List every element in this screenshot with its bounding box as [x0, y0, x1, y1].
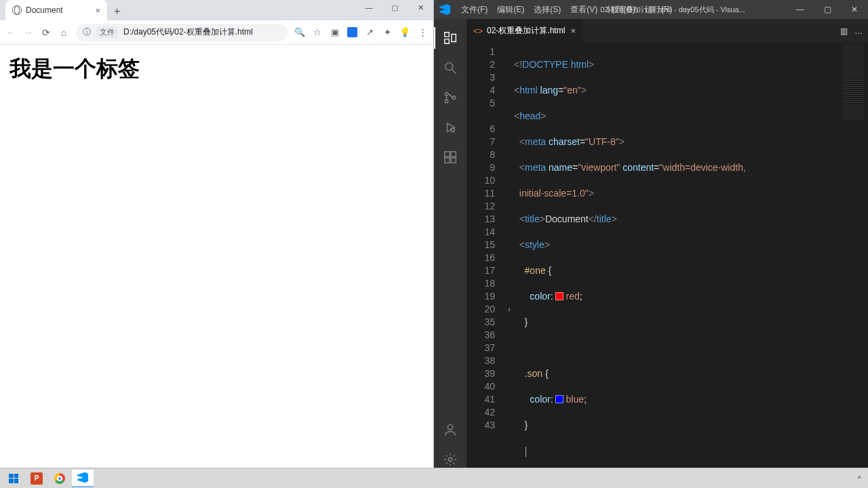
vscode-window: 文件(F) 编辑(E) 选择(S) 查看(V) 转到(G) 运行(R) ··· …	[434, 0, 868, 488]
maximize-button[interactable]: ▢	[382, 0, 408, 15]
back-icon[interactable]: ←	[5, 27, 16, 38]
editor-tab-label: 02-权重叠加计算.html	[487, 25, 565, 37]
extension-icon[interactable]	[347, 27, 357, 37]
search-icon[interactable]	[434, 54, 467, 81]
info-icon: ⓘ	[83, 26, 91, 38]
tab-close-icon[interactable]: ×	[95, 5, 100, 16]
chrome-titlebar: Document × + — ▢ ✕	[0, 0, 433, 20]
editor-tab[interactable]: <> 02-权重叠加计算.html ×	[467, 19, 583, 43]
svg-point-11	[448, 425, 452, 430]
fold-gutter: ›	[505, 43, 514, 473]
more-actions-icon[interactable]: …	[854, 26, 863, 36]
zoom-icon[interactable]: 🔍	[294, 27, 305, 38]
taskbar-powerpoint[interactable]: P	[26, 470, 47, 487]
menu-edit[interactable]: 编辑(E)	[493, 3, 528, 17]
globe-icon	[12, 5, 22, 15]
html-file-icon: <>	[473, 26, 483, 36]
editor-tab-close-icon[interactable]: ×	[570, 26, 576, 36]
bulb-icon[interactable]: 💡	[399, 27, 410, 38]
page-heading: 我是一个标签	[9, 54, 424, 84]
share-icon[interactable]: ↗	[364, 27, 375, 38]
page-content: 我是一个标签	[0, 45, 433, 488]
home-icon[interactable]: ⌂	[58, 27, 69, 38]
svg-point-0	[446, 63, 453, 70]
menu-file[interactable]: 文件(F)	[457, 3, 492, 17]
puzzle-icon[interactable]: ✦	[382, 27, 393, 38]
code-editor[interactable]: 1234567891011121314151617181920353637383…	[467, 43, 868, 473]
svg-rect-7	[445, 152, 450, 157]
explorer-icon[interactable]	[434, 24, 467, 52]
vs-close-button[interactable]: ✕	[841, 0, 868, 19]
line-gutter: 1234567891011121314151617181920353637383…	[467, 43, 505, 473]
minimap[interactable]	[838, 43, 868, 473]
text-cursor	[526, 447, 526, 457]
svg-rect-8	[451, 152, 456, 157]
vscode-window-title: 02-权重叠加计算.html - day05代码 - Visua...	[600, 5, 745, 15]
menu-select[interactable]: 选择(S)	[530, 3, 565, 17]
tab-title: Document	[26, 5, 63, 15]
chrome-window: Document × + — ▢ ✕ ← → ⟳ ⌂ ⓘ 文件 D:/day05…	[0, 0, 434, 488]
run-debug-icon[interactable]	[434, 114, 467, 141]
split-editor-icon[interactable]: ▥	[840, 26, 848, 36]
svg-rect-10	[451, 158, 456, 163]
windows-taskbar: P ^	[0, 468, 868, 488]
svg-rect-9	[445, 158, 450, 163]
svg-point-12	[448, 458, 452, 462]
file-chip: 文件	[96, 26, 118, 38]
chrome-menu-icon[interactable]: ⋮	[417, 27, 428, 38]
camera-icon[interactable]: ▣	[330, 27, 340, 38]
chrome-toolbar: ← → ⟳ ⌂ ⓘ 文件 D:/day05代码/02-权重叠加计算.html 🔍…	[0, 20, 433, 45]
fold-arrow-icon[interactable]: ›	[505, 303, 514, 316]
svg-line-1	[452, 70, 456, 74]
svg-point-3	[445, 100, 448, 103]
vs-minimize-button[interactable]: —	[787, 0, 814, 19]
source-control-icon[interactable]	[434, 84, 467, 111]
taskbar-vscode[interactable]	[72, 470, 94, 487]
editor-tabbar: <> 02-权重叠加计算.html × ▥ …	[467, 19, 868, 43]
account-icon[interactable]	[434, 416, 467, 443]
vscode-logo-icon	[439, 4, 450, 15]
url-text: D:/day05代码/02-权重叠加计算.html	[123, 26, 253, 38]
reload-icon[interactable]: ⟳	[41, 27, 52, 38]
minimize-button[interactable]: —	[356, 0, 382, 15]
extensions-icon[interactable]	[434, 144, 467, 171]
close-button[interactable]: ✕	[408, 0, 433, 15]
vscode-titlebar: 文件(F) 编辑(E) 选择(S) 查看(V) 转到(G) 运行(R) ··· …	[434, 0, 868, 19]
menu-view[interactable]: 查看(V)	[566, 3, 601, 17]
forward-icon[interactable]: →	[23, 27, 34, 38]
code-content: <!DOCTYPE html> <html lang="en"> <head> …	[514, 43, 838, 473]
window-controls: — ▢ ✕	[356, 0, 433, 15]
taskbar-chrome[interactable]	[49, 470, 71, 487]
bookmark-icon[interactable]: ☆	[312, 27, 323, 38]
vs-maximize-button[interactable]: ▢	[814, 0, 841, 19]
start-button[interactable]	[3, 470, 24, 487]
new-tab-button[interactable]: +	[114, 5, 120, 18]
activity-bar	[434, 19, 467, 473]
tray-chevron-icon[interactable]: ^	[858, 474, 861, 483]
browser-tab[interactable]: Document ×	[5, 0, 107, 20]
svg-point-2	[445, 92, 448, 96]
address-bar[interactable]: ⓘ 文件 D:/day05代码/02-权重叠加计算.html	[76, 24, 288, 41]
system-tray[interactable]: ^	[858, 474, 865, 483]
svg-point-4	[452, 96, 456, 100]
